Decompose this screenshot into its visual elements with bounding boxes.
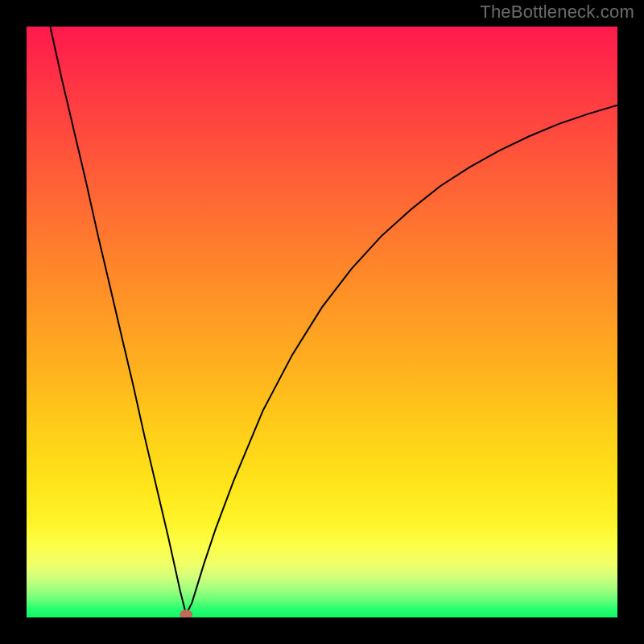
plot-area [27, 27, 617, 617]
curve-svg [27, 27, 617, 617]
attribution-text: TheBottleneck.com [480, 2, 634, 23]
minimum-marker [180, 609, 192, 617]
bottleneck-curve [50, 27, 617, 614]
chart-canvas: TheBottleneck.com [0, 0, 644, 644]
